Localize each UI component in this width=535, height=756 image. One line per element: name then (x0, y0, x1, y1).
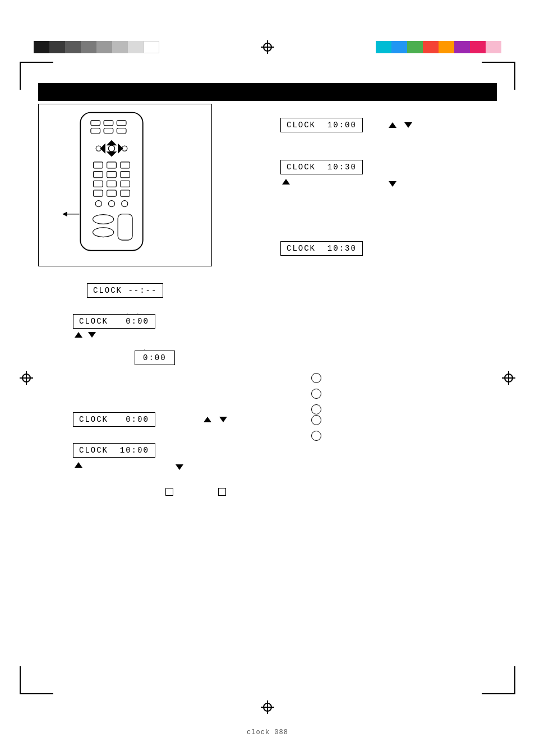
bar-gray-2 (81, 41, 96, 53)
clock-1030-text: CLOCK 10:30 (287, 163, 357, 172)
bar-black-1 (34, 41, 49, 53)
arrow-up-1[interactable] (75, 332, 82, 338)
border-bottom-right (482, 693, 515, 694)
svg-rect-1 (91, 121, 100, 126)
clock-dashes-text: CLOCK --:-- (93, 286, 157, 295)
clock-dashes-display: CLOCK --:-- (87, 283, 163, 298)
arrow-down-1030[interactable] (389, 181, 396, 187)
clock-000-2-section: CLOCK 0:00 (73, 412, 155, 427)
border-left-top (20, 62, 21, 90)
reg-mark-right (502, 371, 515, 385)
color-bars-right (376, 41, 501, 53)
bar-orange (439, 41, 454, 53)
svg-point-11 (108, 145, 114, 151)
arrow-up-1030[interactable] (282, 179, 290, 185)
svg-rect-14 (94, 162, 103, 168)
clock-1030-confirm-section: CLOCK 10:30 (280, 241, 363, 256)
arrow-down-1030-container (387, 179, 398, 190)
bar-light-1 (112, 41, 128, 53)
svg-rect-20 (94, 181, 103, 187)
svg-rect-16 (121, 162, 130, 168)
header-bar (38, 83, 497, 101)
svg-rect-18 (107, 172, 117, 178)
border-left-bottom (20, 666, 21, 694)
bar-gray-1 (65, 41, 81, 53)
svg-rect-21 (107, 181, 117, 187)
svg-point-26 (95, 201, 102, 207)
bar-green (407, 41, 423, 53)
page-label: clock 088 (247, 729, 288, 736)
clock-1030-confirm-text: CLOCK 10:30 (287, 244, 357, 253)
clock-1000-2-display: CLOCK 10:00 (73, 443, 155, 458)
circle-3 (311, 404, 321, 414)
arrow-up-1000-2-container (73, 460, 155, 471)
clock-1000-2-text: CLOCK 10:00 (79, 446, 149, 455)
checkboxes-row (165, 488, 226, 496)
bar-purple (454, 41, 470, 53)
clock-1030-section: CLOCK 10:30 (280, 160, 363, 187)
arrows-1000 (387, 122, 414, 128)
checkbox-2 (218, 488, 226, 496)
clock-000-display: CLOCK ` ` 0:00 (73, 314, 155, 329)
arrow-up-1030-container (280, 177, 363, 187)
svg-rect-5 (104, 128, 113, 133)
small-000-display: ̇̇̇ 0:00 (135, 351, 175, 365)
svg-rect-2 (104, 121, 113, 126)
clock-000-text: CLOCK ` ` 0:00 (79, 317, 149, 326)
svg-rect-22 (121, 181, 130, 187)
arrows-000-2 (202, 417, 229, 422)
clock-1000-2-section: CLOCK 10:00 (73, 443, 155, 471)
clock-1000-text: CLOCK 10:00 (287, 121, 357, 130)
arrow-down-1000[interactable] (404, 122, 412, 128)
bar-white (144, 41, 159, 53)
clock-000-section: CLOCK ` ` 0:00 (73, 314, 155, 338)
color-bars-left (34, 41, 159, 53)
svg-rect-25 (121, 190, 130, 196)
svg-rect-15 (107, 162, 117, 168)
arrows-row-1 (73, 332, 155, 338)
small-000-section: ̇̇̇ 0:00 (135, 351, 175, 365)
border-bottom-left (20, 693, 53, 694)
bar-black-2 (49, 41, 65, 53)
svg-rect-31 (118, 214, 132, 240)
svg-rect-17 (94, 172, 103, 178)
circle-5 (311, 431, 321, 441)
remote-svg (61, 110, 162, 256)
svg-point-30 (93, 228, 114, 237)
bar-gray-3 (96, 41, 112, 53)
remote-box (38, 104, 212, 266)
circle-1 (311, 373, 321, 383)
svg-rect-3 (117, 121, 126, 126)
border-right-bottom (514, 666, 515, 694)
reg-circle-top (263, 43, 272, 52)
reg-mark-top (261, 40, 274, 54)
circles-group-1 (311, 373, 321, 414)
circle-4 (311, 415, 321, 425)
arrow-down-1000-2-container (174, 463, 185, 473)
svg-rect-19 (121, 172, 130, 178)
arrow-up-000-2[interactable] (204, 417, 211, 422)
arrow-up-1000[interactable] (389, 122, 396, 128)
clock-000-2-text: CLOCK 0:00 (79, 415, 149, 424)
border-right-top (514, 62, 515, 90)
svg-marker-7 (107, 140, 117, 145)
arrow-down-1000-2[interactable] (176, 464, 183, 470)
svg-point-27 (108, 201, 114, 207)
reg-mark-bottom (261, 700, 274, 714)
bar-red (423, 41, 439, 53)
svg-rect-6 (117, 128, 126, 133)
svg-point-28 (122, 201, 128, 207)
svg-marker-8 (107, 151, 117, 156)
svg-rect-24 (107, 190, 117, 196)
arrow-down-000-2[interactable] (219, 417, 227, 422)
arrow-down-1[interactable] (88, 332, 96, 338)
reg-mark-left (20, 371, 33, 385)
clock-000-2-display: CLOCK 0:00 (73, 412, 155, 427)
clock-1000-section: CLOCK 10:00 (280, 118, 363, 132)
bar-light-pink (486, 41, 501, 53)
arrow-up-1000-2[interactable] (75, 462, 82, 468)
clock-1030-display: CLOCK 10:30 (280, 160, 363, 174)
bar-cyan (376, 41, 391, 53)
color-bars-container (0, 40, 535, 54)
bar-blue (391, 41, 407, 53)
